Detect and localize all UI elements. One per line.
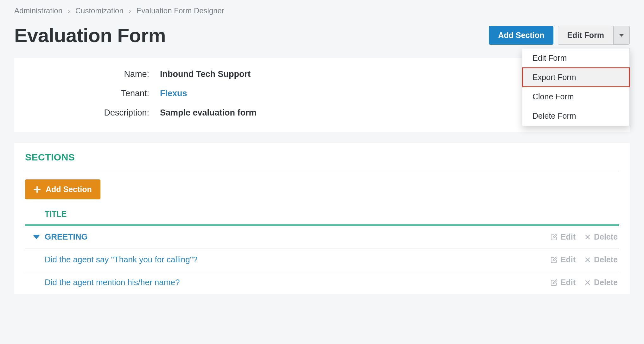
delete-label: Delete (594, 255, 618, 264)
edit-question-button[interactable]: Edit (551, 255, 576, 264)
section-title-link[interactable]: GREETING (45, 232, 551, 242)
sections-card: SECTIONS Add Section TITLE GREETING Edit… (14, 143, 630, 294)
delete-section-button[interactable]: Delete (584, 232, 618, 241)
dropdown-item-edit-form[interactable]: Edit Form (522, 48, 629, 68)
delete-label: Delete (594, 278, 618, 287)
sections-table-header: TITLE (25, 210, 619, 226)
add-section-button-secondary[interactable]: Add Section (25, 179, 100, 199)
caret-down-icon (619, 34, 624, 37)
section-row: GREETING Edit Delete (25, 226, 619, 248)
section-expand-toggle[interactable] (28, 235, 45, 239)
delete-label: Delete (594, 232, 618, 241)
edit-question-button[interactable]: Edit (551, 278, 576, 287)
add-section-label: Add Section (46, 185, 92, 194)
add-section-button[interactable]: Add Section (489, 26, 553, 45)
edit-label: Edit (561, 232, 576, 241)
name-label: Name: (24, 69, 160, 79)
close-icon (584, 257, 591, 263)
column-title: TITLE (45, 210, 67, 219)
sections-heading: SECTIONS (25, 152, 619, 171)
caret-down-icon (33, 235, 40, 239)
description-label: Description: (24, 108, 160, 118)
chevron-right-icon: › (129, 7, 131, 15)
edit-icon (551, 256, 558, 263)
edit-label: Edit (561, 255, 576, 264)
edit-icon (551, 234, 558, 241)
row-actions: Edit Delete (551, 278, 618, 287)
delete-question-button[interactable]: Delete (584, 255, 618, 264)
tenant-label: Tenant: (24, 89, 160, 98)
edit-label: Edit (561, 278, 576, 287)
edit-form-dropdown-toggle[interactable] (613, 26, 630, 45)
row-actions: Edit Delete (551, 255, 618, 264)
breadcrumb-item[interactable]: Administration (14, 6, 62, 15)
dropdown-item-export-form[interactable]: Export Form (522, 68, 629, 87)
chevron-right-icon: › (68, 7, 70, 15)
delete-question-button[interactable]: Delete (584, 278, 618, 287)
breadcrumb-item[interactable]: Customization (75, 6, 124, 15)
edit-section-button[interactable]: Edit (551, 232, 576, 241)
close-icon (584, 234, 591, 240)
question-link[interactable]: Did the agent mention his/her name? (45, 278, 551, 287)
question-row: Did the agent mention his/her name? Edit… (25, 271, 619, 294)
plus-icon (34, 186, 41, 193)
edit-form-dropdown-menu: Edit Form Export Form Clone Form Delete … (522, 48, 630, 126)
breadcrumb-item[interactable]: Evaluation Form Designer (136, 6, 224, 15)
close-icon (584, 279, 591, 286)
header-actions: Add Section Edit Form Edit Form Export F… (489, 26, 630, 45)
dropdown-item-clone-form[interactable]: Clone Form (522, 87, 629, 106)
question-row: Did the agent say "Thank you for calling… (25, 248, 619, 271)
edit-icon (551, 279, 558, 286)
breadcrumb: Administration › Customization › Evaluat… (14, 0, 630, 15)
row-actions: Edit Delete (551, 232, 618, 241)
question-link[interactable]: Did the agent say "Thank you for calling… (45, 255, 551, 265)
page-title: Evaluation Form (14, 24, 166, 47)
dropdown-item-delete-form[interactable]: Delete Form (522, 106, 629, 126)
edit-form-button[interactable]: Edit Form (558, 26, 613, 45)
